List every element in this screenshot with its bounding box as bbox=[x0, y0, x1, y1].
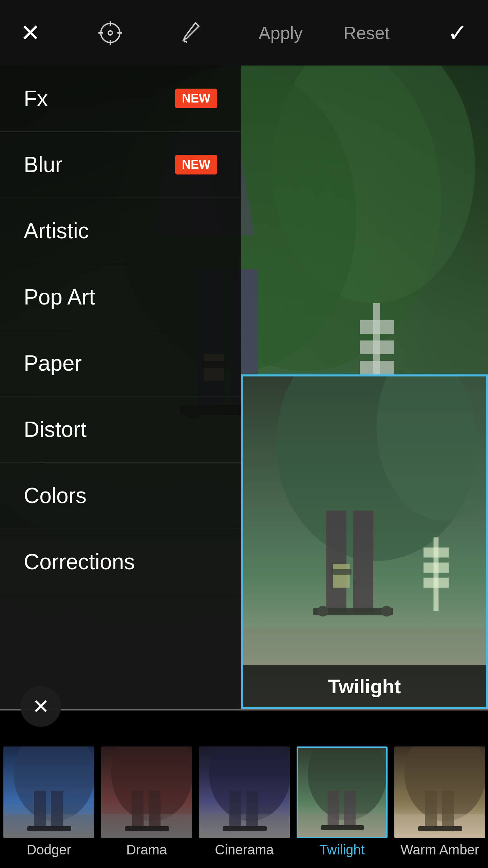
close-bottom-button[interactable]: ✕ bbox=[20, 686, 61, 727]
svg-rect-42 bbox=[132, 791, 144, 831]
menu-item-distort[interactable]: Distort bbox=[0, 396, 241, 463]
close-button[interactable]: ✕ bbox=[20, 19, 40, 47]
svg-rect-34 bbox=[424, 578, 449, 588]
filter-image-warm-amber bbox=[394, 746, 485, 838]
menu-item-pop-art[interactable]: Pop Art bbox=[0, 264, 241, 330]
brush-button[interactable] bbox=[180, 21, 201, 45]
menu-label-distort: Distort bbox=[24, 417, 87, 442]
svg-rect-19 bbox=[360, 340, 394, 354]
svg-rect-38 bbox=[51, 791, 63, 831]
svg-rect-18 bbox=[360, 320, 394, 334]
svg-rect-20 bbox=[360, 361, 394, 374]
filter-item-warm-amber[interactable]: Warm Amber bbox=[391, 746, 488, 862]
menu-label-pop-art: Pop Art bbox=[24, 284, 95, 310]
toolbar-center: Apply Reset bbox=[259, 23, 390, 43]
filter-item-drama[interactable]: Drama bbox=[98, 746, 195, 862]
svg-rect-39 bbox=[27, 826, 71, 831]
filter-thumb-dodger bbox=[3, 746, 94, 838]
svg-point-0 bbox=[101, 23, 120, 42]
svg-rect-48 bbox=[246, 791, 258, 831]
menu-label-colors: Colors bbox=[24, 483, 87, 508]
svg-rect-54 bbox=[321, 825, 364, 830]
svg-point-1 bbox=[108, 31, 112, 35]
filter-image-twilight bbox=[298, 748, 386, 837]
svg-rect-32 bbox=[424, 548, 449, 558]
svg-rect-25 bbox=[353, 511, 373, 611]
menu-item-artistic[interactable]: Artistic bbox=[0, 198, 241, 264]
menu-label-artistic: Artistic bbox=[24, 218, 89, 243]
menu-item-blur[interactable]: Blur NEW bbox=[0, 132, 241, 198]
new-badge-blur: NEW bbox=[175, 155, 217, 174]
svg-rect-59 bbox=[418, 826, 462, 831]
svg-rect-53 bbox=[344, 791, 356, 830]
filter-item-twilight[interactable]: Twilight bbox=[293, 746, 391, 862]
svg-rect-33 bbox=[424, 562, 449, 573]
filter-label-warm-amber: Warm Amber bbox=[400, 842, 479, 857]
filter-label-dodger: Dodger bbox=[26, 842, 71, 857]
reset-label[interactable]: Reset bbox=[343, 23, 390, 43]
svg-point-28 bbox=[381, 606, 392, 617]
menu-label-paper: Paper bbox=[24, 351, 82, 376]
svg-rect-43 bbox=[149, 791, 161, 831]
left-panel: Fx NEW Blur NEW Artistic Pop Art Paper D… bbox=[0, 66, 241, 709]
svg-rect-24 bbox=[326, 511, 346, 611]
filter-label-twilight: Twilight bbox=[319, 842, 364, 857]
svg-rect-44 bbox=[125, 826, 169, 831]
menu-label-blur: Blur bbox=[24, 152, 62, 177]
menu-label-fx: Fx bbox=[24, 86, 48, 111]
filter-thumb-warm-amber bbox=[394, 746, 485, 838]
target-button[interactable] bbox=[98, 21, 122, 45]
svg-rect-52 bbox=[327, 791, 339, 830]
svg-rect-30 bbox=[331, 569, 351, 575]
svg-rect-58 bbox=[442, 791, 454, 831]
svg-rect-37 bbox=[34, 791, 46, 831]
apply-label[interactable]: Apply bbox=[259, 23, 303, 43]
filter-image-dodger bbox=[3, 746, 94, 838]
selected-filter-image bbox=[243, 376, 486, 707]
filter-label-drama: Drama bbox=[126, 842, 167, 857]
toolbar: ✕ Apply Reset ✓ bbox=[0, 0, 488, 66]
check-button[interactable]: ✓ bbox=[448, 19, 468, 47]
menu-item-paper[interactable]: Paper bbox=[0, 330, 241, 396]
filter-thumb-drama bbox=[101, 746, 192, 838]
svg-point-27 bbox=[318, 606, 329, 617]
filter-thumb-cinerama bbox=[199, 746, 290, 838]
svg-rect-47 bbox=[229, 791, 241, 831]
new-badge-fx: NEW bbox=[175, 89, 217, 108]
menu-label-corrections: Corrections bbox=[24, 549, 135, 574]
menu-item-fx[interactable]: Fx NEW bbox=[0, 66, 241, 132]
svg-rect-49 bbox=[223, 826, 267, 831]
filter-thumb-twilight bbox=[297, 746, 388, 838]
menu-item-colors[interactable]: Colors bbox=[0, 463, 241, 529]
selected-filter-preview: Twilight bbox=[241, 374, 488, 709]
selected-filter-label: Twilight bbox=[243, 665, 486, 707]
filter-item-cinerama[interactable]: Cinerama bbox=[195, 746, 293, 862]
filter-label-cinerama: Cinerama bbox=[215, 842, 274, 857]
filter-image-cinerama bbox=[199, 746, 290, 838]
filter-image-drama bbox=[101, 746, 192, 838]
filter-item-dodger[interactable]: Dodger bbox=[0, 746, 98, 862]
svg-rect-57 bbox=[425, 791, 437, 831]
menu-item-corrections[interactable]: Corrections bbox=[0, 529, 241, 595]
filter-strip: Dodger Drama bbox=[0, 740, 488, 868]
svg-rect-29 bbox=[333, 564, 350, 588]
